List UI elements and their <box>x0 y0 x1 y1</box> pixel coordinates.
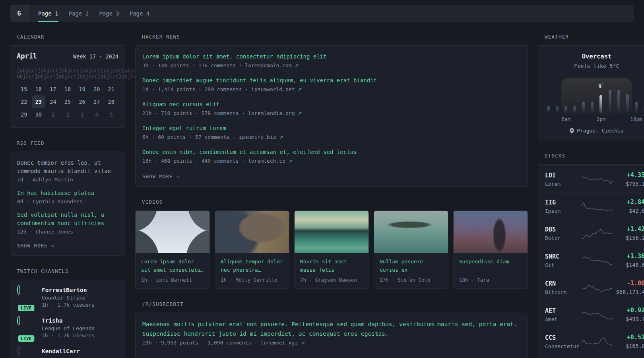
video-meta: 7h · Grayson Dawson <box>300 277 363 283</box>
subreddit-post[interactable]: Maecenas mollis pulvinar erat non posuer… <box>142 320 521 346</box>
calendar-month: April <box>17 52 37 60</box>
stock-name: Bitcorn <box>545 289 582 295</box>
chevron-down-icon <box>176 174 180 178</box>
external-link-icon[interactable]: ↗ <box>301 340 305 346</box>
twitch-avatar-wrap: LIVE <box>17 317 35 339</box>
weather-bar <box>573 106 576 113</box>
stock-row[interactable]: CCS Consectetur +0.51% $165.84 <box>545 328 644 355</box>
rss-item[interactable]: Donec tempor eros leo, ut commodo mauris… <box>17 159 118 183</box>
stock-quote: +1.36% $148.64 <box>613 253 644 268</box>
rss-item-meta: 12d · Chance Jones <box>17 229 118 235</box>
app-logo[interactable]: G <box>10 5 28 22</box>
stock-row[interactable]: CRN Bitcorn -1.00% $66,171.48 <box>545 274 644 301</box>
external-link-icon[interactable]: ↗ <box>295 63 299 68</box>
video-meta: 18h · Tara <box>459 277 522 283</box>
twitch-channel-row[interactable]: KendallCarr <box>17 348 118 356</box>
video-card[interactable]: Aliquam tempor dolor nec pharetra… 1h · … <box>215 210 289 289</box>
subreddit-card: Maecenas mollis pulvinar erat non posuer… <box>135 313 528 358</box>
video-thumbnail <box>215 211 289 253</box>
hackernews-item[interactable]: Lorem ipsum dolor sit amet, consectetur … <box>142 53 521 68</box>
stock-quote: +2.84% $42.04 <box>613 198 644 214</box>
stock-sparkline <box>582 281 613 294</box>
stock-price: $795.18 <box>613 181 644 187</box>
video-thumbnail <box>374 211 448 253</box>
weekday-label: [object Object] <box>80 65 101 83</box>
stock-price: $165.84 <box>613 343 644 349</box>
video-card[interactable]: Suspendisse diam 18h · Tara <box>453 210 528 289</box>
stock-name: Amet <box>545 316 582 322</box>
hackernews-item-meta: 6h · 60 points · 57 comments · ipsumify.… <box>142 134 521 140</box>
external-link-icon[interactable]: ↗ <box>298 111 302 116</box>
weekday-label: [object Object] <box>38 65 59 83</box>
stock-row[interactable]: IIG Ipsum +2.84% $42.04 <box>545 193 644 220</box>
hackernews-widget: HACKER NEWS Lorem ipsum dolor sit amet, … <box>135 34 528 187</box>
video-title: Lorem ipsum dolor sit amet consectetu… <box>141 257 204 274</box>
calendar-day: 18 <box>60 83 75 95</box>
calendar-day: 30 <box>31 108 46 121</box>
video-thumbnail <box>454 211 528 253</box>
dashboard-grid: CALENDAR April Week 17 · 2024 [object Ob… <box>10 34 634 358</box>
weather-widget: WEATHER Overcast Feels like 5°C 9° 6am2p… <box>538 34 644 140</box>
rss-item-title: Sed volutpat nulla nisl, a condimentum n… <box>17 211 118 228</box>
external-link-icon[interactable]: ↗ <box>289 158 293 164</box>
hackernews-item-meta: 1d · 1,414 points · 299 comments · ipsum… <box>142 86 521 92</box>
stock-row[interactable]: SNRC Sit +1.36% $148.64 <box>545 247 644 274</box>
hackernews-item[interactable]: Donec enim nibh, condimentum et accumsan… <box>142 148 521 164</box>
video-meta: 1h · Molly Carrillo <box>221 277 283 283</box>
external-link-icon[interactable]: ↗ <box>279 134 283 140</box>
video-card[interactable]: Lorem ipsum dolor sit amet consectetu… 1… <box>135 210 210 289</box>
rss-item[interactable]: In hac habitasse platea 8d · Cynthia Sau… <box>17 189 118 204</box>
stock-quote: +1.42% $156.28 <box>613 226 644 241</box>
video-card-body: Aliquam tempor dolor nec pharetra… 1h · … <box>215 253 289 288</box>
twitch-avatar-wrap <box>17 348 35 356</box>
hackernews-item-title: Donec enim nibh, condimentum et accumsan… <box>142 148 521 156</box>
live-badge: LIVE <box>18 305 34 311</box>
hackernews-item-title: Lorem ipsum dolor sit amet, consectetur … <box>142 53 521 61</box>
hackernews-item[interactable]: Integer eget rutrum lorem 6h · 60 points… <box>142 124 521 140</box>
page-tab[interactable]: Page 3 <box>99 5 119 22</box>
section-label-weather: WEATHER <box>545 34 644 40</box>
twitch-channel-info: Trisha League of Legends 3h · 1.2k viewe… <box>42 317 95 339</box>
video-title: Mauris sit amet massa felis <box>300 257 363 274</box>
rss-show-more-button[interactable]: SHOW MORE <box>17 243 54 249</box>
show-more-label: SHOW MORE <box>17 243 48 249</box>
stock-row[interactable]: DBS Dolor +1.42% $156.28 <box>545 220 644 247</box>
calendar-day: 26 <box>75 95 89 108</box>
stock-row[interactable]: AET Amet +0.92% $499.72 <box>545 301 644 328</box>
hackernews-item-meta: 3h · 148 points · 116 comments · loremdo… <box>142 62 521 68</box>
stock-row[interactable]: AHS +0.46% <box>545 355 644 358</box>
stock-identity: AET Amet <box>545 307 582 322</box>
weather-bar <box>626 94 629 113</box>
stock-price: $42.04 <box>613 208 644 214</box>
twitch-channel-row[interactable]: LIVE Trisha League of Legends 3h · 1.2k … <box>17 317 118 339</box>
stock-row[interactable]: LDI Lorem +4.35% $795.18 <box>545 165 644 193</box>
top-nav: G Page 1Page 2Page 3Page 4 <box>10 5 634 22</box>
stock-change-percent: +0.51% <box>613 334 644 341</box>
avatar <box>17 316 20 325</box>
hackernews-item[interactable]: Donec imperdiet augue tincidunt felis al… <box>142 76 521 92</box>
page-tab[interactable]: Page 2 <box>69 5 89 22</box>
rss-item[interactable]: Sed volutpat nulla nisl, a condimentum n… <box>17 211 118 235</box>
location-pin-icon <box>570 128 574 134</box>
twitch-channel-viewers: 1h · 1.7k viewers <box>42 302 95 308</box>
calendar-day: 16 <box>31 83 46 95</box>
stock-price: $156.28 <box>613 235 644 241</box>
stock-sparkline <box>582 335 613 348</box>
video-title: Suspendisse diam <box>459 257 522 274</box>
page-tab[interactable]: Page 1 <box>38 5 58 22</box>
hackernews-show-more-button[interactable]: SHOW MORE <box>142 173 179 179</box>
page-tab[interactable]: Page 4 <box>130 5 150 22</box>
weather-bars <box>547 78 644 113</box>
video-card[interactable]: Mauris sit amet massa felis 7h · Grayson… <box>294 210 369 289</box>
section-label-twitch: TWITCH CHANNELS <box>17 268 125 274</box>
stock-identity: SNRC Sit <box>545 253 582 268</box>
weather-time-label: 10pm <box>630 116 642 122</box>
twitch-channel-row[interactable]: LIVE ForrestBurton Counter-Strike 1h · 1… <box>17 287 118 308</box>
left-column: CALENDAR April Week 17 · 2024 [object Ob… <box>10 34 125 358</box>
hackernews-item-meta: 21h · 710 points · 579 comments · loreml… <box>142 110 521 116</box>
video-card[interactable]: Nullam posuere cursus ex 17h · Stefan Co… <box>374 210 448 289</box>
stock-name: Sit <box>545 262 582 268</box>
middle-column: HACKER NEWS Lorem ipsum dolor sit amet, … <box>135 34 528 358</box>
external-link-icon[interactable]: ↗ <box>298 87 302 92</box>
hackernews-item[interactable]: Aliquam nec cursus elit 21h · 710 points… <box>142 100 521 116</box>
